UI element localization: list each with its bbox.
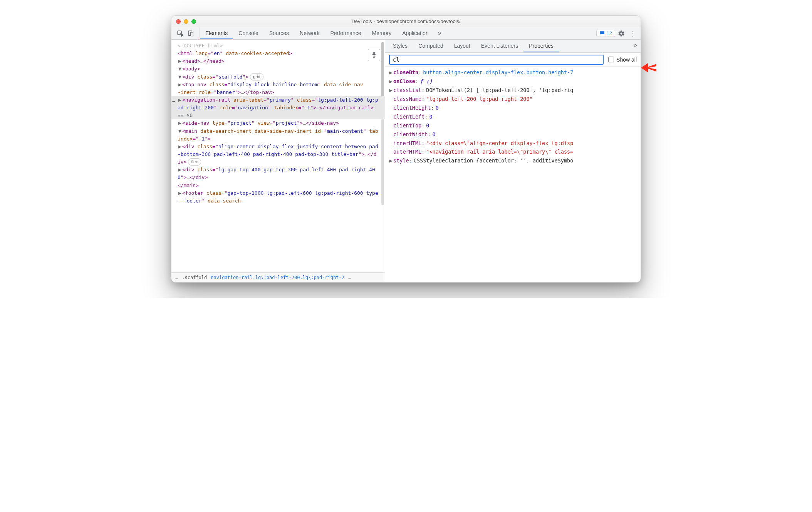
settings-gear-icon[interactable] [616,28,627,39]
property-row[interactable]: className: "lg:pad-left-200 lg:pad-right… [388,95,638,104]
main-toolbar: Elements Console Sources Network Perform… [171,27,641,40]
tab-sources[interactable]: Sources [264,27,294,39]
tab-styles[interactable]: Styles [388,40,413,52]
properties-list[interactable]: ▶closeBtn: button.align-center.display-f… [385,67,641,282]
property-key: classList [393,86,421,95]
property-row[interactable]: clientTop: 0 [388,121,638,130]
panel-tabs: Elements Console Sources Network Perform… [200,27,445,39]
traffic-lights [176,19,196,24]
breadcrumb-selected[interactable]: navigation-rail.lg\:pad-left-200.lg\:pad… [211,275,344,280]
dom-node-html[interactable]: <html lang="en" data-cookies-accepted> [171,50,385,57]
dom-node-scaffold[interactable]: ▼<div class="scaffold">grid [171,73,385,81]
property-key: className [393,95,421,104]
properties-filter-bar: Show all [385,53,641,67]
expand-toggle-icon[interactable]: ▶ [388,68,393,77]
annotation-arrow-icon [641,62,656,77]
property-row[interactable]: ▶closeBtn: button.align-center.display-f… [388,68,638,77]
dom-node-navigation-rail-selected[interactable]: ▶<navigation-rail aria-label="primary" c… [171,96,385,119]
svg-rect-2 [191,32,193,36]
issues-counter[interactable]: 12 [596,30,615,37]
property-value: ƒ () [420,77,433,86]
property-value: 0 [426,121,429,130]
issues-count: 12 [607,30,612,36]
close-window-button[interactable] [176,19,181,24]
property-value: CSSStyleDeclaration {accentColor: '', ad… [414,156,574,165]
breadcrumb-scaffold[interactable]: .scaffold [182,275,207,280]
property-row[interactable]: ▶classList: DOMTokenList(2) ['lg:pad-lef… [388,86,638,95]
elements-dom-panel: <!DOCTYPE html> <html lang="en" data-coo… [171,40,385,282]
property-row[interactable]: innerHTML: "<div class=\"align-center di… [388,139,638,148]
property-key: clientTop [393,121,421,130]
layout-badge-grid[interactable]: grid [250,73,263,80]
panel-tabs-overflow-icon[interactable]: » [434,27,445,38]
tab-performance[interactable]: Performance [325,27,366,39]
property-key: closeBtn [393,68,418,77]
dom-node-main[interactable]: ▼<main data-search-inert data-side-nav-i… [171,127,385,143]
property-value: 0 [433,130,436,139]
dom-breadcrumb[interactable]: … .scaffold navigation-rail.lg\:pad-left… [171,272,385,282]
property-row[interactable]: clientLeft: 0 [388,112,638,121]
tab-memory[interactable]: Memory [367,27,397,39]
tab-computed[interactable]: Computed [413,40,449,52]
tab-network[interactable]: Network [294,27,325,39]
property-key: onClose [393,77,415,86]
tab-properties[interactable]: Properties [523,40,559,52]
property-value: "lg:pad-left-200 lg:pad-right-200" [426,95,532,104]
expand-toggle-icon[interactable]: ▶ [388,77,393,86]
property-value: "<navigation-rail aria-label=\"primary\"… [426,147,573,156]
property-value: "<div class=\"align-center display-flex … [426,139,573,148]
console-reference: == $0 [178,112,193,118]
window-title: DevTools - developer.chrome.com/docs/dev… [176,18,636,24]
more-options-icon[interactable]: ⋮ [627,28,638,39]
property-row[interactable]: ▶onClose: ƒ () [388,77,638,86]
property-key: outerHTML [393,147,421,156]
property-key: clientHeight [393,104,431,112]
show-all-checkbox[interactable]: Show all [608,57,637,63]
dom-node-title-bar[interactable]: ▶<div class="align-center display-flex j… [171,143,385,166]
tab-console[interactable]: Console [233,27,263,39]
dom-node-body[interactable]: ▼<body> [171,65,385,73]
tab-layout[interactable]: Layout [449,40,476,52]
dom-node-head[interactable]: ▶<head>…</head> [171,57,385,65]
property-value: button.align-center.display-flex.button.… [423,68,573,77]
titlebar: DevTools - developer.chrome.com/docs/dev… [171,16,641,27]
property-row[interactable]: clientWidth: 0 [388,130,638,139]
devtools-window: DevTools - developer.chrome.com/docs/dev… [171,15,641,283]
property-key: clientLeft [393,112,424,121]
properties-filter-input[interactable] [389,55,604,65]
property-key: innerHTML [393,139,421,148]
dom-node-gap-div[interactable]: ▶<div class="lg:gap-top-400 gap-top-300 … [171,166,385,181]
property-value: DOMTokenList(2) ['lg:pad-left-200', 'lg:… [426,86,573,95]
property-key: clientWidth [393,130,428,139]
dom-doctype: <!DOCTYPE html> [178,43,223,49]
dom-node-topnav[interactable]: ▶<top-nav class="display-block hairline-… [171,81,385,96]
dom-node-sidenav[interactable]: ▶<side-nav type="project" view="project"… [171,119,385,127]
scrollbar-track[interactable] [381,113,384,205]
sidebar-tabs-overflow-icon[interactable]: » [630,40,641,50]
zoom-window-button[interactable] [191,19,196,24]
dom-tree[interactable]: <!DOCTYPE html> <html lang="en" data-coo… [171,40,385,272]
device-toolbar-icon[interactable] [188,30,194,37]
inspect-element-icon[interactable] [177,30,184,37]
property-value: 0 [429,112,432,121]
tab-application[interactable]: Application [397,27,434,39]
property-row[interactable]: ▶style: CSSStyleDeclaration {accentColor… [388,156,638,165]
dom-node-footer[interactable]: ▶<footer class="gap-top-1000 lg:pad-left… [171,189,385,205]
layout-badge-flex[interactable]: flex [188,158,201,166]
property-key: style [393,156,409,165]
dom-node-main-close[interactable]: </main> [171,182,385,189]
property-row[interactable]: outerHTML: "<navigation-rail aria-label=… [388,147,638,156]
elements-sidebar: Styles Computed Layout Event Listeners P… [385,40,641,282]
property-value: 0 [436,104,439,112]
sidebar-tabs: Styles Computed Layout Event Listeners P… [385,40,641,53]
show-all-checkbox-input[interactable] [608,57,614,62]
expand-toggle-icon[interactable]: ▶ [388,156,393,165]
tab-elements[interactable]: Elements [200,27,233,39]
property-row[interactable]: clientHeight: 0 [388,104,638,112]
minimize-window-button[interactable] [184,19,188,24]
expand-toggle-icon[interactable]: ▶ [388,86,393,95]
tab-event-listeners[interactable]: Event Listeners [476,40,524,52]
